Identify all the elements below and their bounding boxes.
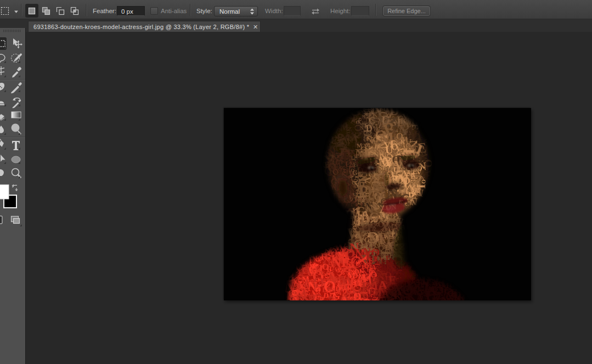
svg-text:K: K [408,296,415,300]
svg-text:N: N [380,200,388,204]
svg-text:L: L [420,297,425,300]
svg-text:D: D [382,299,386,300]
svg-text:K: K [334,298,338,300]
svg-text:G: G [314,293,323,300]
svg-text:M: M [447,297,454,300]
